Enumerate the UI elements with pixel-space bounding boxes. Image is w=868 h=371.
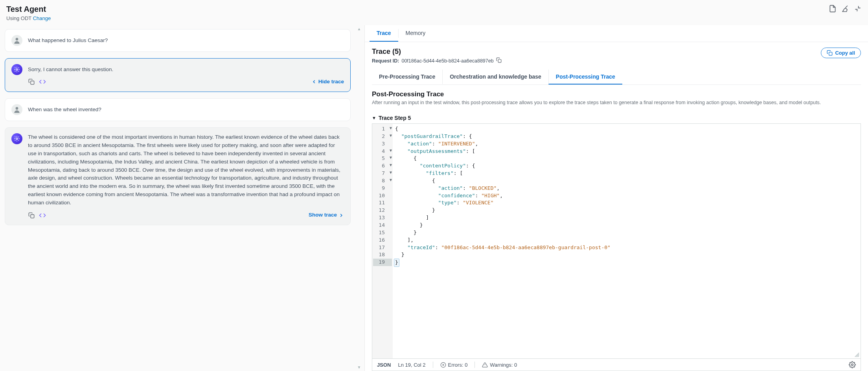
- svg-rect-2: [31, 81, 34, 84]
- trace-toggle-link[interactable]: Show trace: [309, 211, 344, 219]
- trace-step-toggle[interactable]: ▼ Trace Step 5: [372, 115, 861, 121]
- change-link[interactable]: Change: [33, 15, 51, 21]
- svg-point-0: [16, 38, 18, 40]
- scroll-down-hint-icon: ▼: [357, 365, 361, 369]
- svg-rect-6: [498, 59, 501, 62]
- page-header: Test Agent Using ODT Change: [0, 0, 868, 25]
- main-tabs: TraceMemory: [365, 25, 868, 42]
- svg-point-1: [16, 69, 18, 70]
- editor-status-bar: JSON Ln 19, Col 2 Errors: 0 Warnings: 0: [372, 359, 861, 371]
- copy-request-id-icon[interactable]: [496, 57, 502, 64]
- copy-icon[interactable]: [28, 212, 35, 219]
- agent-avatar-icon: [11, 64, 22, 75]
- status-warnings[interactable]: Warnings: 0: [482, 362, 517, 368]
- line-gutter: 1▼2▼34▼5▼6▼7▼8▼910111213141516171819: [372, 124, 393, 358]
- section-description: After running an input in the test windo…: [372, 100, 861, 105]
- tab-memory[interactable]: Memory: [399, 25, 433, 42]
- tab-trace[interactable]: Trace: [370, 25, 398, 42]
- caret-down-icon: ▼: [372, 116, 376, 120]
- document-icon[interactable]: [829, 5, 837, 13]
- request-id-row: Request ID: 00f186ac-5d44-4e5b-b824-aa6e…: [372, 57, 502, 64]
- agent-avatar-icon: [11, 133, 22, 144]
- code-editor[interactable]: 1▼2▼34▼5▼6▼7▼8▼910111213141516171819 { "…: [372, 123, 861, 359]
- message-text: What happened to Julius Caesar?: [28, 37, 344, 45]
- copy-icon[interactable]: [28, 78, 35, 85]
- copy-all-button[interactable]: Copy all: [821, 48, 861, 58]
- panel-divider[interactable]: ▲ ▼: [354, 25, 365, 371]
- settings-icon[interactable]: [849, 361, 856, 368]
- message-text: The wheel is considered one of the most …: [28, 133, 344, 207]
- trace-toggle-link[interactable]: Hide trace: [311, 78, 344, 86]
- subtab[interactable]: Post-Processing Trace: [548, 70, 622, 84]
- svg-rect-5: [31, 215, 34, 218]
- code-icon[interactable]: [39, 78, 46, 85]
- section-title: Post-Processing Trace: [372, 90, 861, 98]
- collapse-icon[interactable]: [854, 5, 862, 13]
- chat-message: What happened to Julius Caesar?: [5, 29, 351, 52]
- broom-icon[interactable]: [841, 5, 849, 13]
- trace-subtabs: Pre-Processing TraceOrchestration and kn…: [372, 70, 861, 85]
- scroll-up-hint-icon: ▲: [357, 27, 361, 31]
- chat-message: Sorry, I cannot answer this question.Hid…: [5, 58, 351, 92]
- page-subtitle: Using ODT Change: [6, 15, 862, 21]
- message-text: Sorry, I cannot answer this question.: [28, 66, 344, 74]
- message-text: When was the wheel invented?: [28, 106, 344, 114]
- user-avatar-icon: [11, 104, 22, 115]
- status-cursor: Ln 19, Col 2: [398, 362, 425, 368]
- subtab[interactable]: Orchestration and knowledge base: [442, 70, 548, 84]
- chat-message: The wheel is considered one of the most …: [5, 127, 351, 225]
- request-id-value: 00f186ac-5d44-4e5b-b824-aa6eca8897eb: [401, 58, 493, 64]
- subtab[interactable]: Pre-Processing Trace: [372, 70, 442, 84]
- code-icon[interactable]: [39, 212, 46, 219]
- chat-message: When was the wheel invented?: [5, 98, 351, 121]
- code-content[interactable]: { "postGuardrailTrace": { "action": "INT…: [393, 124, 861, 358]
- status-language: JSON: [377, 362, 391, 368]
- page-title: Test Agent: [6, 5, 862, 14]
- svg-point-4: [16, 138, 18, 140]
- chat-panel: What happened to Julius Caesar?Sorry, I …: [0, 25, 354, 371]
- user-avatar-icon: [11, 35, 22, 46]
- svg-point-3: [16, 107, 18, 110]
- svg-point-13: [851, 364, 853, 366]
- svg-rect-7: [829, 52, 832, 55]
- status-errors[interactable]: Errors: 0: [440, 362, 468, 368]
- trace-title: Trace (5): [372, 48, 502, 56]
- trace-panel: TraceMemory Trace (5) Request ID: 00f186…: [365, 25, 868, 371]
